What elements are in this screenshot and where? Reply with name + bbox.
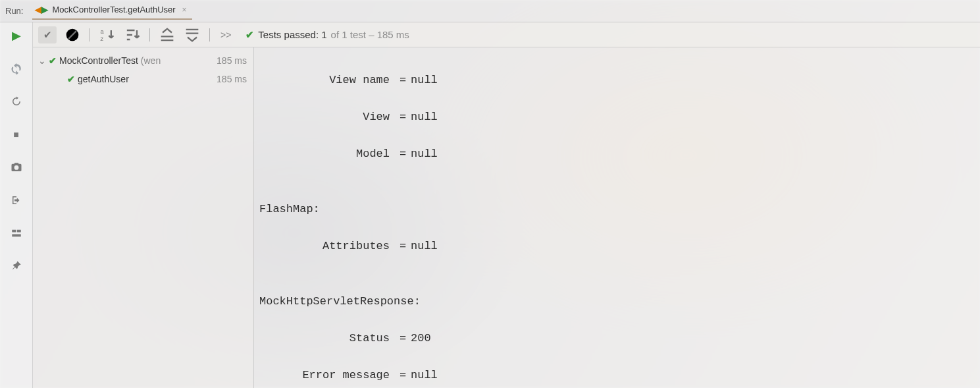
kv-value: 200 <box>411 329 977 348</box>
layout-button[interactable] <box>9 225 24 241</box>
test-status: ✔ Tests passed: 1 of 1 test – 185 ms <box>245 29 409 41</box>
main-area: ▶ ■ ✔ <box>0 22 980 388</box>
svg-text:z: z <box>101 36 104 42</box>
chevron-down-icon[interactable]: ⌄ <box>37 55 47 66</box>
kv-value: null <box>411 237 977 256</box>
pin-icon[interactable] <box>9 258 24 274</box>
test-class-node[interactable]: ⌄ ✔ MockControllerTest (wen 185 ms <box>33 51 253 70</box>
check-icon: ✔ <box>67 74 75 84</box>
kv-value: null <box>411 71 977 90</box>
run-tool-window: Run: ◀▶ MockControllerTest.getAuthUser ×… <box>0 0 980 388</box>
close-icon[interactable]: × <box>182 5 187 14</box>
status-total: of 1 test – 185 ms <box>331 29 409 40</box>
center-column: ✔ az >> <box>33 22 980 388</box>
results-body: ⌄ ✔ MockControllerTest (wen 185 ms ✔ get… <box>33 47 980 388</box>
test-method-time: 185 ms <box>217 74 247 84</box>
show-passed-button[interactable]: ✔ <box>38 26 57 43</box>
test-method-name: getAuthUser <box>78 74 129 84</box>
left-gutter: ▶ ■ <box>0 22 33 388</box>
kv-key: View <box>257 108 395 126</box>
run-tab[interactable]: ◀▶ MockControllerTest.getAuthUser × <box>32 2 192 20</box>
status-passed: Tests passed: 1 <box>258 29 326 40</box>
sort-alpha-button[interactable]: az <box>98 26 116 43</box>
toolbar-more-button[interactable]: >> <box>218 30 234 40</box>
kv-key: View name <box>257 71 395 90</box>
toggle-auto-test-button[interactable] <box>9 94 24 109</box>
console-output[interactable]: View name=null View=null Model=null Flas… <box>254 47 980 388</box>
kv-key: Error message <box>257 366 395 385</box>
rerun-failed-button[interactable] <box>9 61 24 76</box>
section-header: MockHttpServletResponse: <box>257 292 977 311</box>
section-header: FlashMap: <box>257 200 977 219</box>
test-method-node[interactable]: ✔ getAuthUser 185 ms <box>33 70 253 88</box>
dump-icon[interactable] <box>9 159 24 175</box>
test-config-icon: ◀▶ <box>35 5 48 14</box>
kv-value: null <box>411 108 977 126</box>
kv-key: Model <box>257 145 395 163</box>
kv-key: Attributes <box>257 237 395 256</box>
toolbar-separator <box>209 28 210 42</box>
test-class-time: 185 ms <box>217 55 247 66</box>
run-tabbar: Run: ◀▶ MockControllerTest.getAuthUser × <box>0 0 980 22</box>
run-label: Run: <box>5 6 23 16</box>
toolbar-separator <box>90 28 90 42</box>
test-class-extra: (wen <box>141 55 161 66</box>
check-icon: ✔ <box>245 29 254 41</box>
kv-key: Status <box>257 329 395 348</box>
sort-duration-button[interactable] <box>123 26 142 43</box>
test-toolbar: ✔ az >> <box>33 22 980 47</box>
stop-button[interactable]: ■ <box>9 126 24 142</box>
run-button[interactable]: ▶ <box>9 28 24 43</box>
kv-value: null <box>411 145 977 163</box>
svg-text:a: a <box>101 28 105 34</box>
expand-all-button[interactable] <box>158 26 176 43</box>
show-ignored-button[interactable] <box>63 26 82 43</box>
collapse-all-button[interactable] <box>183 26 201 43</box>
exit-button[interactable] <box>9 192 24 208</box>
test-tree[interactable]: ⌄ ✔ MockControllerTest (wen 185 ms ✔ get… <box>33 47 254 388</box>
test-class-name: MockControllerTest <box>59 55 138 66</box>
run-tab-title: MockControllerTest.getAuthUser <box>52 5 175 14</box>
check-icon: ✔ <box>49 55 57 66</box>
kv-value: null <box>411 366 977 385</box>
toolbar-separator <box>149 28 150 42</box>
